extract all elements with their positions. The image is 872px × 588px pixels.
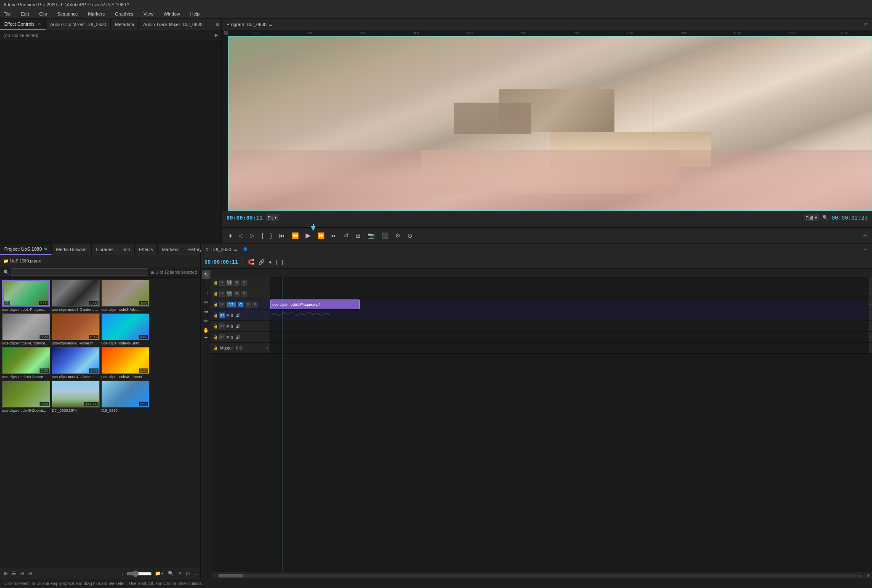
track-v2-sync[interactable]: ⊞ bbox=[234, 291, 239, 297]
track-v2-resize[interactable]: ⦁ bbox=[869, 288, 872, 299]
clip-item-9[interactable]: 3:00 uos-clips-node49-Zoomt... bbox=[2, 381, 51, 413]
clip-item-1[interactable]: 3:00 uos-clips-node2-Gardenou... bbox=[52, 280, 101, 313]
track-v3-lock[interactable]: 🔒 bbox=[213, 280, 218, 285]
tab-effects[interactable]: Effects bbox=[135, 244, 157, 255]
mark-out-tl-btn[interactable]: } bbox=[281, 258, 284, 266]
selection-tool-btn[interactable]: ↖ bbox=[202, 270, 210, 279]
program-scrubber[interactable] bbox=[222, 224, 872, 228]
clip-item-10[interactable]: 4:08:08 DJI_0630.MP4 bbox=[52, 381, 101, 413]
tab-close-effect-controls[interactable]: ✕ bbox=[38, 22, 41, 26]
settings-btn2[interactable]: ⚙ bbox=[393, 231, 402, 240]
loop-btn[interactable]: ↺ bbox=[342, 231, 351, 240]
slip-btn[interactable]: ⇔ bbox=[202, 307, 210, 316]
track-a1-content[interactable] bbox=[270, 310, 869, 320]
menu-clip[interactable]: Clip bbox=[37, 11, 49, 17]
track-a3-resize[interactable]: ⦁ bbox=[869, 332, 872, 342]
type-btn[interactable]: T bbox=[202, 335, 210, 344]
menu-markers[interactable]: Markers bbox=[86, 11, 106, 17]
clip-item-0[interactable]: 🎬 3:00 uos-clips-node1-Plaque... bbox=[2, 280, 51, 313]
track-a1-solo[interactable]: S bbox=[231, 313, 234, 318]
track-a1-mute[interactable]: M bbox=[226, 313, 230, 318]
clip-item-2[interactable]: 3:00 uos-clips-node3-Arbou... bbox=[101, 280, 150, 313]
scrollbar-track[interactable] bbox=[218, 574, 858, 577]
timeline-settings-icon[interactable]: ⚙ bbox=[205, 247, 209, 252]
timeline-settings-btn[interactable]: ⚙ bbox=[867, 573, 870, 578]
source-panel-menu[interactable]: ≡ bbox=[216, 21, 219, 27]
razor-btn[interactable]: ✂ bbox=[202, 298, 210, 307]
clear-btn[interactable]: ✕ bbox=[177, 570, 183, 577]
project-search-input[interactable] bbox=[11, 268, 148, 276]
track-v2-content[interactable] bbox=[270, 288, 869, 299]
add-to-timeline-btn[interactable]: + bbox=[863, 246, 868, 252]
camera-btn[interactable]: 📷 bbox=[366, 231, 376, 240]
export-frame-btn[interactable]: ⬛ bbox=[380, 231, 390, 240]
timeline-clip-v1[interactable]: uos-clips-node1-Plaque.mp4 bbox=[270, 299, 360, 309]
prev-frame-btn[interactable]: ⏪ bbox=[290, 231, 300, 240]
rewind-btn[interactable]: ⏮ bbox=[277, 231, 287, 240]
track-a2-resize[interactable]: ⦁ bbox=[869, 321, 872, 331]
track-v3-eye[interactable]: 👁 bbox=[219, 280, 225, 286]
go-out-btn[interactable]: } bbox=[269, 231, 274, 240]
track-master-resize[interactable]: ⦁ bbox=[869, 343, 872, 353]
track-v2-settings[interactable]: ⚙ bbox=[241, 291, 247, 297]
track-v1-sync[interactable]: ⊞ bbox=[245, 302, 251, 307]
track-select-btn[interactable]: → bbox=[202, 280, 210, 288]
ffwd-btn[interactable]: ⏭ bbox=[330, 231, 339, 240]
clip-item-8[interactable]: 3:00 uos-clips-node49-Zoomt... bbox=[101, 347, 150, 380]
new-item-btn[interactable]: ⊞ bbox=[3, 570, 9, 577]
pen-btn[interactable]: ✏ bbox=[202, 317, 210, 325]
menu-edit[interactable]: Edit bbox=[19, 11, 31, 17]
track-v1-settings[interactable]: ⚙ bbox=[252, 302, 258, 307]
project-file-name[interactable]: UoS 1080.prproj bbox=[10, 259, 41, 263]
track-a1-resize[interactable]: ⦁ bbox=[869, 310, 872, 320]
track-v1-eye[interactable]: 👁 bbox=[219, 302, 225, 307]
menu-file[interactable]: File bbox=[2, 11, 13, 17]
clip-item-5[interactable]: 4:00 uos-clips-node49-Start... bbox=[101, 313, 150, 346]
track-master-content[interactable] bbox=[270, 343, 869, 353]
track-v3-label[interactable]: V3 bbox=[226, 280, 232, 286]
tab-metadata[interactable]: Metadata bbox=[111, 19, 139, 30]
track-a2-mute[interactable]: M bbox=[226, 324, 230, 328]
menu-help[interactable]: Help bbox=[189, 11, 202, 17]
marker-btn[interactable]: ♦ bbox=[227, 231, 234, 240]
clip-item-7[interactable]: 3:05 uos-clips-node49-Zoomt... bbox=[52, 347, 101, 380]
clip-item-4[interactable]: 6:17 uos-clips-node6-Foyer.m... bbox=[52, 313, 101, 346]
track-v3-settings[interactable]: ⚙ bbox=[241, 280, 247, 286]
vrmode-btn[interactable]: ⊙ bbox=[406, 231, 414, 240]
play-stop-btn[interactable]: ▶ bbox=[304, 230, 312, 240]
track-v2-eye[interactable]: 👁 bbox=[219, 291, 225, 297]
clip-item-6[interactable]: 2:00 uos-clips-node49-Zoomt... bbox=[2, 347, 51, 380]
track-v3-resize[interactable]: ⦁ bbox=[869, 277, 872, 288]
tab-project[interactable]: Project: UoS 1080 ⊞ bbox=[0, 244, 52, 255]
go-in-btn[interactable]: { bbox=[260, 231, 265, 240]
menu-window[interactable]: Window bbox=[162, 11, 182, 17]
track-v2-lock[interactable]: 🔒 bbox=[213, 291, 218, 296]
track-v1-label-active[interactable]: V1 bbox=[238, 302, 244, 307]
freeform-view-btn[interactable]: ⊟ bbox=[27, 570, 33, 577]
add-track-btn[interactable]: + bbox=[863, 232, 867, 239]
add-marker-tl-btn[interactable]: ♦ bbox=[268, 258, 272, 266]
menu-view[interactable]: View bbox=[142, 11, 155, 17]
panel-settings-btn[interactable]: ≡ bbox=[193, 571, 198, 577]
track-v1-toggle[interactable]: V1 bbox=[226, 302, 237, 307]
safe-margins-btn[interactable]: ⊞ bbox=[354, 231, 362, 240]
tab-libraries[interactable]: Libraries bbox=[92, 244, 118, 255]
track-v2-label[interactable]: V2 bbox=[226, 291, 232, 297]
program-menu-icon[interactable]: ☰ bbox=[269, 22, 273, 26]
timeline-ruler[interactable]: 00:00:01:00 00:00:02:00 00:00:03:00 00:0… bbox=[211, 269, 872, 277]
track-v3-sync[interactable]: ⊞ bbox=[234, 280, 239, 286]
track-a3-content[interactable] bbox=[270, 332, 869, 342]
track-a3-mute[interactable]: M bbox=[226, 335, 230, 339]
track-a3-toggle[interactable]: A3 bbox=[219, 334, 225, 340]
search-btn-bottom[interactable]: 🔍 bbox=[167, 570, 175, 577]
menu-sequence[interactable]: Sequence bbox=[56, 11, 80, 17]
tab-media-browser[interactable]: Media Browser bbox=[52, 244, 91, 255]
zoom-icon[interactable]: 🔍 bbox=[822, 215, 828, 220]
track-v1-resize[interactable]: ⦁ bbox=[869, 299, 872, 310]
list-view-btn[interactable]: ☰ bbox=[11, 570, 17, 577]
timeline-scrollbar[interactable]: ◁ ▷ ⚙ bbox=[211, 572, 872, 579]
tab-effect-controls[interactable]: Effect Controls ✕ bbox=[0, 19, 46, 30]
link-selection-btn[interactable]: 🔗 bbox=[258, 258, 266, 266]
icon-view-btn[interactable]: ⊞ bbox=[19, 570, 25, 577]
expand-arrow[interactable]: ▶ bbox=[215, 32, 218, 38]
